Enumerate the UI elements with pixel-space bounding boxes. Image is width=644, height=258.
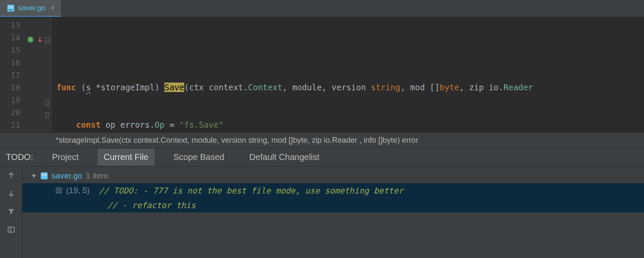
line-number: 15 (11, 46, 20, 55)
file-tab-label: saver.go (18, 4, 46, 12)
todo-item-text: // - refactor this (107, 198, 196, 212)
layout-icon[interactable] (6, 224, 16, 235)
inlay-clock-icon (44, 109, 50, 115)
line-number: 21 (11, 120, 20, 129)
breadcrumb-bar: *storageImpl.Save(ctx context.Context, m… (0, 132, 644, 148)
line-number: 20 (11, 108, 20, 117)
line-number: 19 (11, 95, 20, 104)
todo-title: TODO: (6, 152, 33, 162)
editor-gutter: 13 14 ! 15 16 17 18 19 20 21 (0, 17, 52, 132)
svg-point-15 (45, 175, 46, 175)
prev-todo-icon[interactable] (6, 170, 16, 181)
todo-file-count: 1 item (86, 169, 108, 183)
svg-rect-11 (41, 172, 48, 179)
vcs-change-icon[interactable] (36, 34, 43, 41)
todo-tab-current-file[interactable]: Current File (97, 149, 154, 166)
line-number: 13 (11, 21, 20, 30)
todo-item-position: (19, 5) (66, 183, 90, 198)
code-editor[interactable]: 13 14 ! 15 16 17 18 19 20 21 (0, 17, 644, 132)
todo-toolbar (0, 167, 22, 258)
inlay-clock-icon (44, 97, 50, 103)
svg-text:!: ! (29, 37, 32, 43)
line-number: 17 (11, 71, 20, 80)
todo-panel-body: ▼ saver.go 1 item (19, 5) // TODO: - 777… (0, 167, 644, 258)
svg-point-3 (9, 7, 10, 8)
todo-file-node[interactable]: ▼ saver.go 1 item (22, 169, 644, 183)
editor-tab-strip: saver.go × (0, 0, 644, 17)
todo-item-continuation[interactable]: // - refactor this (22, 198, 644, 212)
go-file-icon (7, 4, 15, 12)
go-file-icon (40, 172, 48, 180)
next-todo-icon[interactable] (6, 188, 16, 199)
line-number: 16 (11, 58, 20, 67)
close-tab-icon[interactable]: × (51, 4, 55, 12)
todo-item[interactable]: (19, 5) // TODO: - 777 is not the best f… (22, 183, 644, 198)
line-number: 18 (11, 83, 20, 92)
file-tab-saver[interactable]: saver.go × (0, 0, 61, 17)
todo-tree: ▼ saver.go 1 item (19, 5) // TODO: - 777… (22, 167, 644, 258)
filter-icon[interactable] (6, 206, 16, 217)
collapse-icon[interactable]: ▼ (31, 169, 37, 183)
todo-item-icon (55, 187, 63, 194)
svg-rect-0 (7, 5, 14, 12)
run-gutter-icon[interactable]: ! (27, 34, 34, 41)
svg-point-4 (12, 7, 12, 8)
todo-file-name: saver.go (52, 169, 82, 183)
fold-toggle-icon[interactable] (44, 34, 50, 40)
todo-tab-changelist[interactable]: Default Changelist (243, 149, 325, 166)
todo-tab-project[interactable]: Project (46, 149, 85, 166)
todo-panel-header: TODO: Project Current File Scope Based D… (0, 148, 644, 167)
code-line: func (s *storageImpl) Save(ctx context.C… (52, 81, 644, 94)
todo-item-text: // TODO: - 777 is not the best file mode… (99, 183, 403, 198)
todo-tab-scope[interactable]: Scope Based (167, 149, 231, 166)
svg-point-14 (43, 175, 43, 175)
line-number: 14 (11, 33, 20, 42)
breadcrumb-text: *storageImpl.Save(ctx context.Context, m… (56, 136, 418, 145)
code-line: const op errors.Op = "fs.Save" (52, 119, 644, 131)
code-area[interactable]: func (s *storageImpl) Save(ctx context.C… (52, 17, 644, 132)
